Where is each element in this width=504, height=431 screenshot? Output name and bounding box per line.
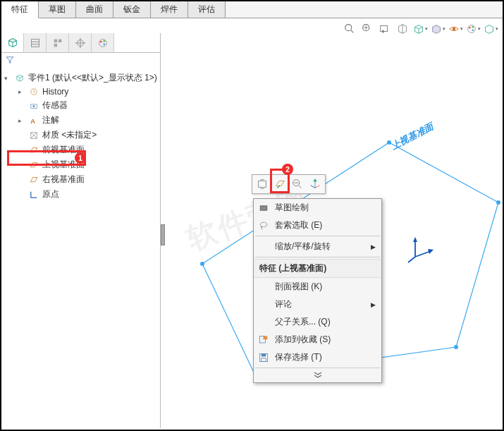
edit-appearance-icon[interactable]: ▾	[465, 21, 481, 37]
menu-label: 保存选择 (T)	[275, 351, 322, 363]
sketch-rect-icon	[258, 202, 269, 214]
menu-label: 缩放/平移/旋转	[275, 241, 331, 253]
svg-line-49	[315, 186, 319, 188]
svg-point-8	[469, 27, 471, 29]
svg-point-36	[496, 200, 500, 205]
ctx-normal-to-icon[interactable]	[289, 176, 306, 192]
menu-section-view[interactable]: 剖面视图 (K)	[254, 278, 381, 296]
chevron-down-icon	[314, 372, 322, 379]
annotation-icon: A	[28, 116, 39, 126]
svg-line-50	[311, 186, 315, 188]
annotation-badge-1: 1	[75, 152, 86, 164]
submenu-arrow-icon: ▶	[371, 301, 376, 308]
menu-label: 草图绘制	[275, 202, 309, 214]
svg-line-1	[351, 30, 354, 33]
svg-rect-52	[260, 205, 267, 210]
feature-tree: ▾ 零件1 (默认<<默认>_显示状态 1>) ▸ History 传感器 ▸ …	[1, 69, 160, 203]
heads-up-view-toolbar: ▾ ▾ ▾ ▾ ▾	[342, 21, 498, 37]
menu-label: 添加到收藏 (S)	[275, 334, 331, 346]
tab-feature[interactable]: 特征	[1, 1, 39, 18]
zoom-area-icon[interactable]	[359, 21, 375, 37]
menu-label: 剖面视图 (K)	[275, 281, 322, 293]
expand-icon[interactable]: ▾	[4, 75, 11, 82]
tree-label: 注解	[42, 114, 59, 126]
hide-show-icon[interactable]: ▾	[448, 21, 463, 37]
menu-save-selection[interactable]: 保存选择 (T)	[254, 348, 381, 366]
tree-annotations[interactable]: ▸ A 注解	[18, 113, 157, 128]
expand-icon[interactable]: ▸	[18, 88, 25, 95]
svg-point-21	[99, 40, 102, 42]
ctx-3d-sketch-icon[interactable]	[307, 176, 324, 192]
menu-parent-child[interactable]: 父子关系... (Q)	[254, 313, 381, 331]
tree-right-plane[interactable]: 右视基准面	[18, 172, 157, 187]
menu-separator	[255, 257, 380, 257]
previous-view-icon[interactable]	[377, 21, 393, 37]
feature-manager-panel: ▾ 零件1 (默认<<默认>_显示状态 1>) ▸ History 传感器 ▸ …	[1, 33, 161, 428]
panel-splitter[interactable]	[161, 224, 165, 245]
configuration-manager-tab[interactable]	[47, 33, 69, 52]
feature-manager-tab[interactable]	[1, 33, 24, 52]
svg-marker-51	[313, 178, 316, 182]
apply-scene-icon[interactable]: ▾	[483, 21, 498, 37]
svg-line-43	[408, 257, 415, 262]
svg-point-10	[472, 29, 474, 31]
origin-icon	[28, 190, 39, 200]
expand-icon[interactable]: ▸	[18, 117, 25, 124]
tab-sheetmetal[interactable]: 钣金	[113, 1, 151, 18]
history-icon	[28, 87, 39, 97]
tree-history[interactable]: ▸ History	[18, 85, 157, 98]
menu-sketch-draw[interactable]: 草图绘制	[254, 199, 381, 217]
command-manager-tabs: 特征 草图 曲面 钣金 焊件 评估	[1, 1, 503, 18]
menu-add-favorite[interactable]: 添加到收藏 (S)	[254, 331, 381, 348]
svg-point-23	[103, 43, 105, 45]
tree-origin[interactable]: 原点	[18, 187, 157, 202]
svg-rect-15	[58, 39, 61, 42]
svg-rect-5	[381, 26, 388, 32]
menu-zoom-pan-rotate[interactable]: 缩放/平移/旋转 ▶	[254, 238, 381, 255]
tree-label: 材质 <未指定>	[42, 129, 97, 141]
view-triad[interactable]	[407, 236, 435, 264]
menu-expand-chevron[interactable]	[254, 370, 381, 382]
zoom-fit-icon[interactable]	[342, 21, 357, 37]
svg-rect-16	[54, 43, 57, 47]
ctx-autosize-icon[interactable]	[254, 176, 271, 192]
tab-surface[interactable]: 曲面	[76, 1, 113, 18]
menu-lasso-select[interactable]: 套索选取 (E)	[254, 217, 381, 234]
section-view-icon[interactable]	[395, 21, 410, 37]
svg-rect-57	[262, 358, 266, 361]
svg-point-34	[200, 262, 204, 266]
menu-comment[interactable]: 评论 ▶	[254, 296, 381, 313]
tree-label: 右视基准面	[42, 174, 85, 186]
svg-line-41	[415, 251, 431, 257]
dimxpert-manager-tab[interactable]	[69, 33, 92, 52]
svg-point-37	[454, 345, 458, 349]
svg-rect-11	[31, 39, 39, 47]
property-manager-tab[interactable]	[24, 33, 47, 52]
filter-icon[interactable]	[5, 55, 15, 65]
tree-label: 传感器	[42, 99, 68, 111]
view-orientation-icon[interactable]: ▾	[412, 21, 428, 37]
tab-sketch[interactable]: 草图	[39, 1, 76, 18]
tree-root-part[interactable]: ▾ 零件1 (默认<<默认>_显示状态 1>)	[4, 71, 157, 85]
svg-rect-14	[54, 39, 57, 42]
svg-text:A: A	[30, 116, 35, 124]
favorite-icon	[258, 334, 269, 346]
svg-point-7	[468, 25, 476, 33]
tab-evaluate[interactable]: 评估	[188, 1, 226, 18]
menu-separator	[255, 236, 380, 236]
svg-point-6	[453, 28, 456, 31]
tree-material[interactable]: 材质 <未指定>	[18, 128, 157, 142]
svg-rect-44	[259, 181, 266, 188]
tree-sensor[interactable]: 传感器	[18, 98, 157, 113]
plane-icon	[28, 175, 39, 185]
menu-section-header: 特征 (上视基准面)	[254, 259, 381, 278]
tab-weldment[interactable]: 焊件	[151, 1, 188, 18]
menu-label: 父子关系... (Q)	[275, 316, 331, 328]
display-manager-tab[interactable]	[92, 33, 114, 52]
tree-label: 原点	[42, 188, 59, 200]
display-style-icon[interactable]: ▾	[430, 21, 445, 37]
svg-point-20	[99, 39, 106, 47]
lasso-icon	[258, 220, 269, 231]
svg-point-53	[260, 222, 267, 226]
menu-separator	[255, 368, 380, 368]
